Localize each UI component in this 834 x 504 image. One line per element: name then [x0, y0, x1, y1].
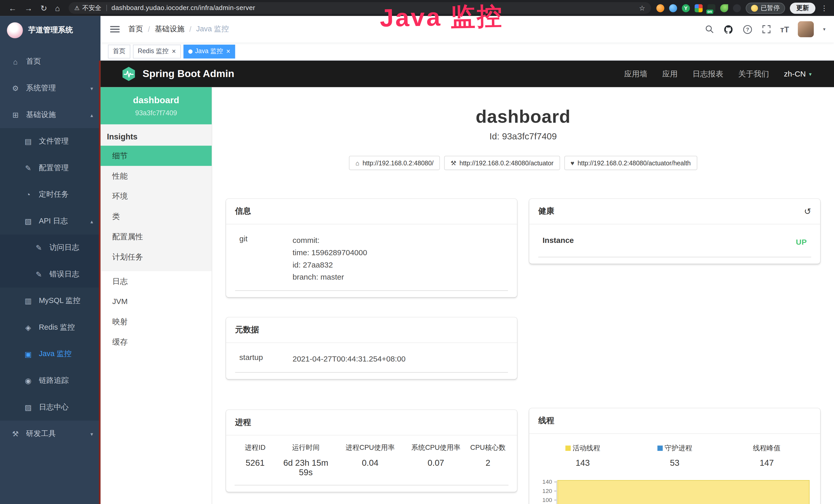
browser-home-icon[interactable]: ⌂ — [55, 4, 60, 12]
cell-value: 2 — [467, 458, 509, 478]
forward-icon[interactable]: → — [24, 4, 32, 12]
water-drop-extension-icon[interactable] — [669, 4, 677, 12]
url-text: dashboard.yudao.iocoder.cn/infra/admin-s… — [111, 4, 255, 12]
breadcrumb-item-home[interactable]: 首页 — [128, 24, 143, 34]
sba-menu-performance[interactable]: 性能 — [101, 166, 212, 186]
breadcrumb-separator: / — [148, 25, 150, 33]
sidebar-item-label: 链路追踪 — [39, 376, 69, 385]
fullscreen-icon[interactable] — [762, 24, 771, 34]
cell-value: 0.07 — [404, 458, 467, 478]
sidebar-item-label: 首页 — [26, 57, 41, 67]
sidebar-item-error-logs[interactable]: ✎错误日志 — [0, 261, 101, 288]
font-size-icon[interactable]: тT — [780, 25, 789, 33]
home-icon: ⌂ — [355, 159, 359, 167]
history-icon[interactable]: ↺ — [804, 206, 811, 216]
tab-home[interactable]: 首页 — [108, 44, 130, 58]
cell-value: 6d 23h 15m 59s — [276, 458, 336, 478]
smiley-icon — [751, 5, 758, 12]
legend-item-live: 活动线程 143 — [536, 443, 629, 468]
sidebar-item-system-mgmt[interactable]: ⚙系统管理▾ — [0, 75, 101, 102]
tampermonkey-extension-icon[interactable] — [656, 4, 664, 12]
back-icon[interactable]: ← — [8, 4, 17, 12]
github-icon[interactable] — [723, 24, 733, 34]
security-label: 不安全 — [82, 3, 102, 12]
sba-menu-caches[interactable]: 缓存 — [101, 332, 212, 352]
svg-text:?: ? — [746, 26, 749, 32]
sba-menu-logs[interactable]: 日志 — [101, 271, 212, 292]
sba-nav-journal[interactable]: 日志报表 — [693, 69, 723, 79]
sidebar-item-dev-tools[interactable]: ⚒研发工具▾ — [0, 420, 101, 447]
sba-nav-about[interactable]: 关于我们 — [738, 69, 769, 79]
heart-icon: ♥ — [570, 159, 574, 167]
reload-icon[interactable]: ↻ — [40, 4, 47, 12]
sba-menu-details[interactable]: 细节 — [101, 145, 212, 166]
sba-menu-mappings[interactable]: 映射 — [101, 312, 212, 332]
metadata-value: 2021-04-27T00:44:31.254+08:00 — [292, 353, 504, 365]
app-logo[interactable]: 芋道管理系统 — [0, 16, 101, 44]
card-title: 线程 — [539, 416, 554, 426]
sidebar-item-file-mgmt[interactable]: ▤文件管理 — [0, 128, 101, 155]
sba-menu-environment[interactable]: 环境 — [101, 186, 212, 206]
tab-java-monitor[interactable]: Java 监控× — [183, 44, 235, 58]
right-column: 健康 ↺ Instance UP — [529, 199, 820, 504]
chevron-down-icon: ▾ — [90, 431, 93, 437]
browser-menu-icon[interactable]: ⋮ — [821, 4, 828, 12]
close-icon[interactable]: × — [172, 48, 176, 55]
wrench-icon: ⚒ — [451, 159, 456, 167]
sidebar-item-java-monitor[interactable]: ▣Java 监控 — [0, 341, 101, 367]
sba-menu-scheduled-tasks[interactable]: 计划任务 — [101, 247, 212, 267]
clock-icon: ◔ — [23, 190, 33, 199]
sidebar-item-tracing[interactable]: ◉链路追踪 — [0, 367, 101, 394]
leaf-extension-icon[interactable] — [720, 4, 728, 12]
link-text: http://192.168.0.2:48080/actuator — [460, 159, 553, 167]
breadcrumb-item-current: Java 监控 — [196, 24, 229, 34]
log-icon: ▨ — [23, 403, 33, 412]
sba-menu-jvm[interactable]: JVM — [101, 292, 212, 312]
sba-sidebar: dashboard 93a3fc7f7409 Insights 细节 性能 环境… — [101, 87, 212, 504]
sidebar-item-infrastructure[interactable]: ⊞基础设施▴ — [0, 102, 101, 129]
sba-menu-classes[interactable]: 类 — [101, 206, 212, 226]
live-threads-area — [557, 480, 810, 504]
tools-icon: ⚒ — [10, 430, 20, 438]
locale-select[interactable]: zh-CN▾ — [784, 70, 812, 78]
sba-nav-wallboard[interactable]: 应用墙 — [624, 69, 647, 79]
sidebar-item-log-center[interactable]: ▨日志中心 — [0, 394, 101, 420]
instance-url-link[interactable]: ⌂http://192.168.0.2:48080/ — [349, 156, 440, 170]
help-icon[interactable]: ? — [743, 24, 752, 34]
eye-icon: ◉ — [23, 376, 33, 385]
app-sidebar: 芋道管理系统 ⌂首页 ⚙系统管理▾ ⊞基础设施▴ ▤文件管理 ✎配置管理 ◔定时… — [0, 16, 101, 504]
apps-grid-extension-icon[interactable] — [695, 4, 702, 12]
sidebar-item-mysql-monitor[interactable]: ▥MySQL 监控 — [0, 288, 101, 314]
sba-menu-config-props[interactable]: 配置属性 — [101, 226, 212, 247]
address-bar[interactable]: ⚠ 不安全 dashboard.yudao.iocoder.cn/infra/a… — [68, 2, 651, 14]
card-title: 进程 — [235, 417, 251, 428]
sidebar-item-redis-monitor[interactable]: ◈Redis 监控 — [0, 314, 101, 341]
sidebar-item-cron-jobs[interactable]: ◔定时任务 — [0, 181, 101, 208]
switch-extension-icon[interactable]: on — [707, 4, 715, 12]
sidebar-item-access-logs[interactable]: ✎访问日志 — [0, 234, 101, 261]
sba-nav-applications[interactable]: 应用 — [662, 69, 678, 79]
search-icon[interactable] — [705, 24, 714, 34]
health-url-link[interactable]: ♥http://192.168.0.2:48080/actuator/healt… — [564, 156, 697, 170]
y-extension-icon[interactable]: Y — [682, 4, 690, 12]
sidebar-toggle-icon[interactable] — [110, 26, 120, 32]
locale-value: zh-CN — [784, 70, 806, 78]
bookmark-star-icon[interactable]: ☆ — [639, 4, 645, 12]
instance-header[interactable]: dashboard 93a3fc7f7409 — [101, 87, 212, 124]
on-badge: on — [706, 9, 713, 14]
folder-icon: ▤ — [23, 137, 33, 145]
tab-redis-monitor[interactable]: Redis 监控× — [133, 44, 181, 58]
spider-extension-icon[interactable] — [733, 4, 741, 12]
breadcrumb-item-infrastructure[interactable]: 基础设施 — [155, 24, 184, 34]
close-icon[interactable]: × — [226, 48, 231, 55]
actuator-url-link[interactable]: ⚒http://192.168.0.2:48080/actuator — [444, 156, 560, 170]
sidebar-item-config-mgmt[interactable]: ✎配置管理 — [0, 155, 101, 182]
user-avatar[interactable] — [798, 21, 814, 37]
sba-logo[interactable]: Spring Boot Admin — [121, 66, 234, 82]
instance-links: ⌂http://192.168.0.2:48080/ ⚒http://192.1… — [226, 156, 820, 170]
paused-extension-chip[interactable]: 已暂停 — [746, 2, 785, 13]
browser-update-button[interactable]: 更新 — [790, 2, 815, 13]
spring-boot-admin-frame: Spring Boot Admin 应用墙 应用 日志报表 关于我们 zh-CN… — [101, 61, 834, 504]
sidebar-item-home[interactable]: ⌂首页 — [0, 48, 101, 75]
sidebar-item-api-logs[interactable]: ▧API 日志▴ — [0, 208, 101, 235]
